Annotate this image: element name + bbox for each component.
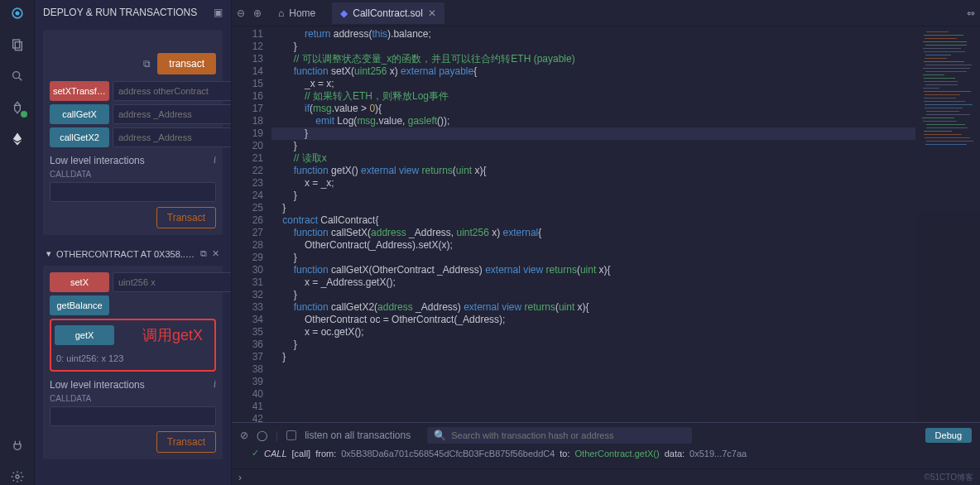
search-icon[interactable] <box>9 68 26 84</box>
info-icon[interactable]: i <box>214 378 216 391</box>
terminal: ⊘ ◯ | listen on all transactions 🔍 Debug… <box>232 422 980 468</box>
files-icon[interactable] <box>9 36 26 53</box>
line-gutter: 1112131415161718192021222324252627282930… <box>232 26 271 422</box>
term-search[interactable]: 🔍 <box>427 427 692 444</box>
lowlevel-label-2: Low level interactionsi <box>50 378 216 391</box>
svg-rect-3 <box>15 42 22 50</box>
tab-home-label: Home <box>289 7 315 19</box>
fn-setXTransfer...-input[interactable] <box>113 81 232 101</box>
calldata-label-2: CALLDATA <box>50 394 216 403</box>
fn-callGetX2[interactable]: callGetX2 <box>50 127 109 147</box>
home-icon: ⌂ <box>278 7 284 19</box>
calldata-input[interactable] <box>50 182 216 202</box>
deploy-icon[interactable] <box>9 131 26 147</box>
copy-address-icon[interactable]: ⧉ <box>200 248 207 259</box>
editor[interactable]: 1112131415161718192021222324252627282930… <box>232 26 980 422</box>
tab-home[interactable]: ⌂ Home <box>270 2 324 24</box>
lowlevel-label: Low level interactionsi <box>50 154 216 166</box>
panel-link-icon[interactable]: ▣ <box>214 7 223 18</box>
fn-callGetX2-input[interactable] <box>113 127 232 147</box>
fn-getBalance[interactable]: getBalance <box>50 295 109 315</box>
main-area: ⊖ ⊕ ⌂ Home ◆ CallContract.sol ✕ ⇔ 111213… <box>232 0 980 485</box>
tab-close-icon[interactable]: ✕ <box>428 7 436 19</box>
term-clear-icon[interactable]: ⊘ <box>240 430 248 441</box>
close-contract-icon[interactable]: ✕ <box>212 248 219 259</box>
calldata-label: CALLDATA <box>50 170 216 179</box>
logo-icon[interactable] <box>9 5 26 22</box>
check-icon: ✓ <box>252 448 259 459</box>
maximize-icon[interactable]: ⇔ <box>967 7 975 19</box>
svg-point-6 <box>16 475 19 478</box>
watermark: ©51CTO博客 <box>925 472 973 483</box>
deploy-panel: DEPLOY & RUN TRANSACTIONS ▣ ⧉ transact s… <box>35 0 232 485</box>
activity-bar <box>0 0 35 485</box>
panel-header: DEPLOY & RUN TRANSACTIONS ▣ <box>35 0 231 25</box>
contract-instance-1: ⧉ transact setXTransfer... ⌄callGetX ⌄ca… <box>43 30 223 235</box>
zoom-out-icon[interactable]: ⊖ <box>237 7 245 19</box>
solidity-icon: ◆ <box>340 7 348 19</box>
zoom-in-icon[interactable]: ⊕ <box>253 7 262 19</box>
svg-point-1 <box>16 12 18 14</box>
fn-setX-input[interactable] <box>113 272 232 292</box>
fn-setXTransfer...[interactable]: setXTransfer... <box>50 81 109 101</box>
fn-callGetX[interactable]: callGetX <box>50 104 109 124</box>
tab-file-label: CallContract.sol <box>353 7 423 19</box>
listen-checkbox[interactable] <box>286 430 296 440</box>
toggle-icon[interactable]: ▾ <box>46 248 51 259</box>
transact-lowlevel-button-2[interactable]: Transact <box>156 431 216 453</box>
call-badge: CALL <box>264 449 287 459</box>
annotation-label: 调用getX <box>142 325 203 345</box>
terminal-log-entry[interactable]: ✓ CALL [call] from: 0x5B38Da6a701c568545… <box>232 448 980 460</box>
status-bar: › <box>232 468 980 485</box>
term-search-icon: 🔍 <box>434 430 446 441</box>
fn-getX[interactable]: getX <box>55 325 114 345</box>
term-search-input[interactable] <box>451 430 685 440</box>
calldata-input-2[interactable] <box>50 406 216 426</box>
listen-label: listen on all transactions <box>305 430 411 441</box>
fn-setX[interactable]: setX <box>50 272 109 292</box>
code-area[interactable]: return address(this).balance; } // 可以调整状… <box>271 26 915 422</box>
status-arrow-icon[interactable]: › <box>238 472 242 483</box>
svg-line-5 <box>19 78 22 80</box>
tab-file[interactable]: ◆ CallContract.sol ✕ <box>332 2 444 24</box>
contract-name: OTHERCONTRACT AT 0X358...D5I <box>56 249 195 259</box>
editor-tabs: ⊖ ⊕ ⌂ Home ◆ CallContract.sol ✕ ⇔ <box>232 0 980 26</box>
contract-header-2[interactable]: ▾ OTHERCONTRACT AT 0X358...D5I ⧉ ✕ <box>43 242 223 266</box>
minimap[interactable] <box>915 26 980 422</box>
svg-point-4 <box>12 72 19 79</box>
settings-icon[interactable] <box>9 468 26 485</box>
transact-button[interactable]: transact <box>157 53 216 74</box>
panel-title: DEPLOY & RUN TRANSACTIONS <box>43 7 214 18</box>
transact-lowlevel-button[interactable]: Transact <box>156 207 216 228</box>
getx-output: 0: uint256: x 123 <box>55 348 211 363</box>
debug-button[interactable]: Debug <box>925 428 972 443</box>
getx-highlight-box: 调用getX getX 0: uint256: x 123 <box>50 319 216 372</box>
fn-callGetX-input[interactable] <box>113 104 232 124</box>
contract-instance-2: setX ⌄ getBalance 调用getX getX 0: uint256… <box>43 266 223 459</box>
copy-icon[interactable]: ⧉ <box>143 58 151 70</box>
term-reset-icon[interactable]: ◯ <box>257 430 267 441</box>
info-icon[interactable]: i <box>214 154 216 166</box>
compile-icon[interactable] <box>9 99 26 116</box>
svg-rect-2 <box>12 40 19 48</box>
plugin-icon[interactable] <box>9 437 26 454</box>
